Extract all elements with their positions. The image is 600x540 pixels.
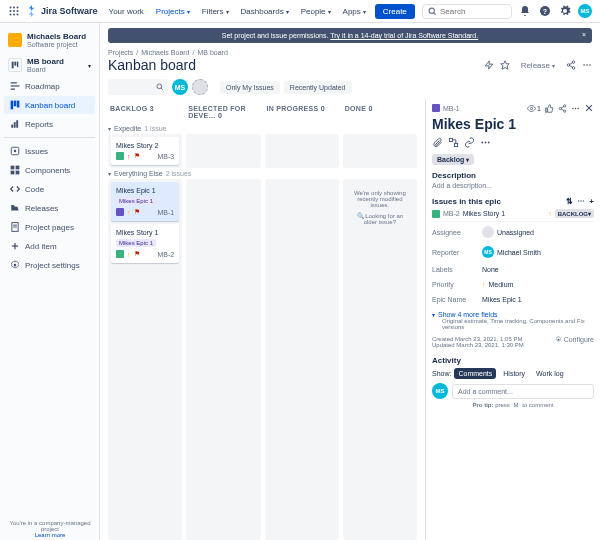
swimlane-expedite-label[interactable]: ▾Expedite 1 issue — [100, 123, 425, 134]
automation-icon[interactable] — [484, 60, 494, 70]
banner-close-icon[interactable]: × — [582, 31, 586, 38]
cell-other-inprogress[interactable] — [265, 179, 339, 540]
nav-apps[interactable]: Apps▾ — [338, 4, 371, 19]
add-child-button[interactable]: + — [589, 197, 594, 206]
more-icon[interactable] — [582, 60, 592, 70]
svg-rect-16 — [11, 82, 17, 83]
tab-comments[interactable]: Comments — [454, 368, 496, 379]
banner-link[interactable]: Try it in a 14-day trial of Jira Softwar… — [330, 32, 478, 39]
attach-icon[interactable] — [432, 137, 443, 148]
show-more-fields[interactable]: ▾Show 4 more fields — [432, 311, 594, 318]
child-issue-row[interactable]: MB-2 Mikes Story 1 ↑ BACKLOG▾ — [432, 206, 594, 222]
crumb-project[interactable]: Michaels Board — [141, 49, 189, 56]
assignee-filter-avatar[interactable]: MS — [172, 79, 188, 95]
tab-history[interactable]: History — [499, 368, 529, 379]
nav-your-work[interactable]: Your work — [104, 4, 149, 19]
reporter-value[interactable]: MSMichael Smith — [482, 246, 541, 258]
svg-rect-15 — [17, 62, 18, 67]
card-mb-1[interactable]: Mikes Epic 1 Mikes Epic 1 ↑ ⚑ MB-1 — [111, 182, 179, 221]
issue-key[interactable]: MB-1 — [443, 105, 460, 112]
project-icon — [8, 33, 22, 47]
notifications-icon[interactable] — [518, 4, 532, 18]
crumb-projects[interactable]: Projects — [108, 49, 133, 56]
card-mb-2[interactable]: Mikes Story 1 Mikes Epic 1 ↑ ⚑ MB-2 — [111, 224, 179, 263]
filter-only-my-issues[interactable]: Only My Issues — [220, 81, 280, 94]
sidebar-item-kanban[interactable]: Kanban board — [4, 96, 95, 114]
sidebar-item-project-pages[interactable]: Project pages — [4, 218, 95, 236]
comment-avatar: MS — [432, 383, 448, 399]
priority-value[interactable]: ↑Medium — [482, 281, 513, 288]
share-icon[interactable] — [566, 60, 576, 70]
svg-rect-61 — [454, 143, 457, 146]
configure-button[interactable]: Configure — [555, 336, 594, 343]
sidebar-item-reports[interactable]: Reports — [4, 115, 95, 133]
cell-expedite-inprogress[interactable] — [265, 134, 339, 168]
user-avatar[interactable]: MS — [578, 4, 592, 18]
more-icon[interactable] — [571, 104, 580, 113]
add-child-icon[interactable] — [448, 137, 459, 148]
card-mb-3[interactable]: Mikes Story 2 ↑ ⚑ MB-3 — [111, 137, 179, 165]
global-search[interactable] — [422, 4, 512, 19]
card-epic-badge[interactable]: Mikes Epic 1 — [116, 197, 156, 205]
status-dropdown[interactable]: Backlog▾ — [432, 154, 474, 165]
jira-logo[interactable]: Jira Software — [26, 5, 98, 17]
svg-line-54 — [561, 106, 564, 108]
cell-expedite-done[interactable] — [343, 134, 417, 168]
board-search[interactable] — [108, 79, 168, 95]
svg-point-66 — [488, 142, 490, 144]
settings-icon[interactable] — [558, 4, 572, 18]
sidebar-item-issues[interactable]: Issues — [4, 142, 95, 160]
release-button[interactable]: Release▾ — [516, 59, 560, 72]
cell-other-done[interactable]: We're only showing recently modified iss… — [343, 179, 417, 540]
cell-expedite-selected[interactable] — [186, 134, 260, 168]
assignee-value[interactable]: Unassigned — [482, 226, 534, 238]
panel-issue-title[interactable]: Mikes Epic 1 — [432, 116, 594, 132]
link-icon[interactable] — [464, 137, 475, 148]
search-input[interactable] — [440, 7, 500, 16]
close-icon[interactable] — [584, 103, 594, 113]
sidebar-item-components[interactable]: Components — [4, 161, 95, 179]
cell-other-backlog[interactable]: Mikes Epic 1 Mikes Epic 1 ↑ ⚑ MB-1 Mikes… — [108, 179, 182, 540]
swimlane-other-label[interactable]: ▾Everything Else 2 issues — [100, 168, 425, 179]
tab-worklog[interactable]: Work log — [532, 368, 568, 379]
svg-point-9 — [429, 8, 434, 13]
filter-recently-updated[interactable]: Recently Updated — [284, 81, 352, 94]
child-status-badge[interactable]: BACKLOG▾ — [555, 209, 594, 218]
star-icon[interactable] — [500, 60, 510, 70]
labels-value[interactable]: None — [482, 266, 499, 273]
board-selector[interactable]: MB board Board ▾ — [4, 54, 95, 76]
more-icon[interactable] — [480, 137, 491, 148]
sidebar-item-releases[interactable]: Releases — [4, 199, 95, 217]
comment-input[interactable]: Add a comment... — [452, 384, 594, 399]
svg-rect-20 — [14, 101, 17, 107]
create-button[interactable]: Create — [375, 4, 415, 19]
share-icon[interactable] — [558, 104, 567, 113]
description-placeholder[interactable]: Add a description... — [432, 182, 594, 189]
cell-expedite-backlog[interactable]: Mikes Story 2 ↑ ⚑ MB-3 — [108, 134, 182, 168]
show-label: Show: — [432, 370, 451, 377]
epicname-value[interactable]: Mikes Epic 1 — [482, 296, 522, 303]
brand-text: Jira Software — [41, 6, 98, 16]
svg-marker-38 — [500, 61, 508, 69]
assignee-filter-unassigned[interactable] — [192, 79, 208, 95]
sidebar-item-code[interactable]: Code — [4, 180, 95, 198]
help-icon[interactable]: ? — [538, 4, 552, 18]
nav-dashboards[interactable]: Dashboards▾ — [236, 4, 294, 19]
nav-people[interactable]: People▾ — [296, 4, 336, 19]
crumb-board[interactable]: MB board — [197, 49, 227, 56]
learn-more-link[interactable]: Learn more — [35, 532, 66, 538]
board-name: MB board — [27, 57, 64, 66]
like-icon[interactable] — [545, 104, 554, 113]
sidebar-item-roadmap[interactable]: Roadmap — [4, 77, 95, 95]
cell-other-selected[interactable] — [186, 179, 260, 540]
sidebar-item-add-item[interactable]: Add item — [4, 237, 95, 255]
sort-icon[interactable]: ⇅ — [566, 197, 573, 206]
more-icon[interactable] — [577, 197, 585, 205]
app-switcher-icon[interactable] — [8, 5, 20, 17]
project-header[interactable]: Michaels Board Software project — [4, 29, 95, 51]
watchers-button[interactable]: 1 — [527, 104, 541, 113]
nav-projects[interactable]: Projects▾ — [151, 4, 195, 19]
sidebar-item-project-settings[interactable]: Project settings — [4, 256, 95, 274]
card-epic-badge[interactable]: Mikes Epic 1 — [116, 239, 156, 247]
nav-filters[interactable]: Filters▾ — [197, 4, 234, 19]
